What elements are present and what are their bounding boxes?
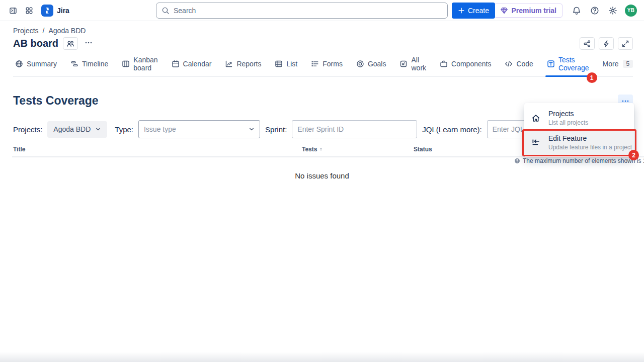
settings-button[interactable] <box>605 3 621 19</box>
components-tab-icon <box>440 60 448 68</box>
tab-list[interactable]: List <box>275 60 297 68</box>
tab-kanban-board[interactable]: Kanban board <box>122 56 157 72</box>
share-button[interactable] <box>580 37 595 50</box>
board-members-button[interactable] <box>63 37 78 50</box>
app-switcher-button[interactable] <box>21 3 37 19</box>
page-title: Tests Coverage <box>13 94 99 108</box>
gear-icon <box>608 6 617 15</box>
sort-icon <box>318 147 324 152</box>
menu-item-projects[interactable]: Projects List all projects <box>524 106 634 130</box>
board-more-button[interactable] <box>83 39 95 49</box>
menu-item-subtitle: Update feature files in a project <box>548 144 632 151</box>
all-work-tab-icon <box>399 60 408 68</box>
projects-filter-value: Agoda BDD <box>53 125 91 133</box>
code-tab-icon <box>505 60 513 68</box>
home-icon <box>531 114 540 123</box>
automation-button[interactable] <box>599 37 614 50</box>
jira-arrows-icon <box>44 7 51 14</box>
jql-filter-label: JQL(Learn more): <box>422 125 481 134</box>
global-search[interactable] <box>156 3 448 19</box>
menu-item-edit-feature[interactable]: Edit Feature Update feature files in a p… <box>524 130 634 155</box>
jql-label-colon: : <box>480 125 482 134</box>
sidebar-toggle-button[interactable] <box>5 3 21 19</box>
issue-type-placeholder: Issue type <box>144 125 176 133</box>
projects-filter-dropdown[interactable]: Agoda BDD <box>47 121 107 138</box>
board-tab-bar: Summary Timeline Kanban board Calendar R… <box>13 56 633 77</box>
column-status: Status <box>414 146 432 153</box>
premium-trial-label: Premium trial <box>512 7 556 15</box>
empty-state-text: No issues found <box>0 171 644 180</box>
goals-tab-icon <box>356 60 364 68</box>
fullscreen-button[interactable] <box>618 37 633 50</box>
breadcrumb-board[interactable]: Agoda BDD <box>48 27 86 35</box>
footnote-text: The maximum number of elements shown is … <box>523 157 644 164</box>
timeline-tab-icon <box>70 60 78 68</box>
sprint-filter-label: Sprint: <box>265 125 287 134</box>
tab-label: Kanban board <box>133 56 157 72</box>
annotation-step-2: 2 <box>628 150 639 160</box>
tab-forms[interactable]: Forms <box>311 60 343 68</box>
tab-components[interactable]: Components <box>440 60 491 68</box>
tab-calendar[interactable]: Calendar <box>172 60 212 68</box>
breadcrumb-separator: / <box>43 27 45 35</box>
board-title: AB board <box>13 38 58 49</box>
column-tests[interactable]: Tests <box>302 146 324 153</box>
menu-item-title: Edit Feature <box>548 134 632 142</box>
tab-all-work[interactable]: All work <box>399 56 426 72</box>
jql-learn-more-link[interactable]: (Learn more) <box>436 125 480 134</box>
app-grid-icon <box>25 7 33 15</box>
jira-logo[interactable]: Jira <box>41 5 69 17</box>
board-actions <box>580 37 633 50</box>
projects-filter-label: Projects: <box>13 125 42 134</box>
tab-label: Reports <box>236 60 261 68</box>
tab-label: Tests Coverage <box>558 56 589 72</box>
breadcrumb: Projects / Agoda BDD <box>13 27 633 35</box>
tab-code[interactable]: Code <box>505 60 533 68</box>
tab-goals[interactable]: Goals <box>356 60 386 68</box>
tab-timeline[interactable]: Timeline <box>70 60 108 68</box>
more-count-badge: 5 <box>623 60 633 68</box>
search-icon <box>162 7 170 15</box>
summary-tab-icon <box>15 60 23 68</box>
search-input[interactable] <box>174 7 442 15</box>
jql-label-text: JQL <box>422 125 436 134</box>
tab-summary[interactable]: Summary <box>15 60 57 68</box>
calendar-tab-icon <box>172 60 180 68</box>
tab-label: Summary <box>27 60 57 68</box>
tab-reports[interactable]: Reports <box>225 60 261 68</box>
tab-label: List <box>286 60 297 68</box>
tab-label: Goals <box>368 60 386 68</box>
tab-tests-coverage[interactable]: Tests Coverage 1 <box>547 56 589 72</box>
help-button[interactable] <box>587 3 603 19</box>
tab-label: Code <box>516 60 533 68</box>
top-navigation-bar: Jira Create Premium trial YB <box>0 0 644 21</box>
tab-label: Calendar <box>183 60 212 68</box>
premium-trial-button[interactable]: Premium trial <box>494 4 562 18</box>
question-circle-icon <box>514 158 520 164</box>
jira-logo-mark <box>41 5 53 17</box>
sprint-id-input[interactable] <box>292 120 417 138</box>
column-tests-label: Tests <box>302 146 317 153</box>
tab-more[interactable]: More 5 <box>603 60 633 68</box>
menu-item-subtitle: List all projects <box>548 119 588 126</box>
more-label: More <box>603 60 619 68</box>
app-name: Jira <box>57 7 69 15</box>
footnote-prefix: The maximum number of <box>523 157 592 164</box>
user-avatar[interactable]: YB <box>625 5 637 17</box>
chevron-down-icon <box>95 126 101 132</box>
help-icon <box>590 6 599 15</box>
column-title: Title <box>13 146 25 153</box>
tab-label: Components <box>451 60 491 68</box>
ellipsis-icon <box>85 39 93 47</box>
notifications-button[interactable] <box>569 3 585 19</box>
diamond-icon <box>500 7 508 15</box>
tab-label: Forms <box>323 60 343 68</box>
max-elements-footnote: The maximum number of elements shown is … <box>514 157 644 164</box>
create-button[interactable]: Create <box>452 3 495 19</box>
breadcrumb-projects[interactable]: Projects <box>13 27 39 35</box>
plus-icon <box>458 7 465 14</box>
issue-type-select[interactable]: Issue type <box>138 120 260 138</box>
expand-icon <box>621 40 629 48</box>
share-icon <box>583 40 591 48</box>
edit-feature-icon <box>531 138 540 147</box>
